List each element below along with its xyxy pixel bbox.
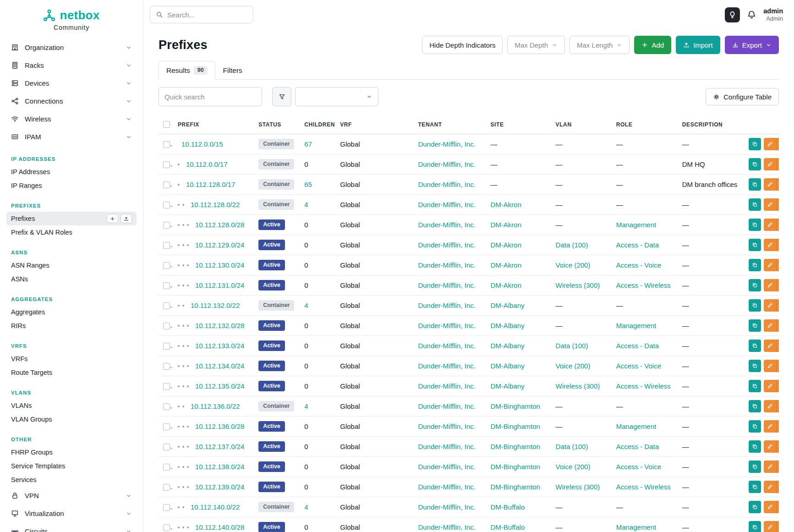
sidebar-group-racks[interactable]: Racks	[6, 56, 137, 74]
edit-button[interactable]	[764, 158, 776, 170]
sidebar-item-route-targets[interactable]: Route Targets	[6, 366, 137, 379]
clone-button[interactable]	[749, 400, 761, 412]
prefix-link[interactable]: 10.112.129.0/24	[195, 241, 244, 249]
sidebar-item-vlans[interactable]: VLANs	[6, 399, 137, 412]
row-checkbox[interactable]	[163, 504, 170, 511]
role-link[interactable]: Access - Wireless	[616, 483, 671, 491]
edit-dropdown-button[interactable]	[776, 239, 779, 251]
prefix-link[interactable]: 10.112.134.0/24	[195, 362, 244, 370]
sidebar-item-ip-ranges[interactable]: IP Ranges	[6, 179, 137, 192]
column-header-prefix[interactable]: Prefix	[173, 115, 254, 134]
edit-dropdown-button[interactable]	[776, 299, 779, 312]
row-checkbox[interactable]	[163, 403, 170, 410]
edit-dropdown-button[interactable]	[776, 340, 779, 352]
site-link[interactable]: DM-Buffalo	[490, 523, 525, 531]
row-checkbox[interactable]	[163, 444, 170, 450]
sidebar-group-vpn[interactable]: VPN	[6, 487, 137, 505]
hide-depth-indicators-button[interactable]: Hide Depth Indicators	[422, 36, 503, 54]
edit-button[interactable]	[764, 400, 776, 412]
clone-button[interactable]	[749, 138, 761, 150]
children-link[interactable]: 4	[304, 201, 308, 208]
clone-button[interactable]	[749, 481, 761, 493]
bell-icon[interactable]	[747, 10, 756, 20]
select-all-checkbox[interactable]	[163, 121, 170, 128]
brand[interactable]: netbox Community	[6, 5, 137, 38]
tenant-link[interactable]: Dunder-Mifflin, Inc.	[418, 402, 476, 410]
sidebar-item-prefixes[interactable]: Prefixes	[6, 212, 137, 225]
children-link[interactable]: 4	[304, 503, 308, 511]
row-checkbox[interactable]	[163, 202, 170, 208]
prefix-link[interactable]: 10.112.139.0/24	[195, 483, 244, 491]
children-link[interactable]: 4	[304, 402, 308, 410]
clone-button[interactable]	[749, 299, 761, 312]
edit-button[interactable]	[764, 138, 776, 150]
sidebar-item-prefix-vlan-roles[interactable]: Prefix & VLAN Roles	[6, 225, 137, 239]
vlan-link[interactable]: Wireless (300)	[556, 281, 600, 289]
global-search-input[interactable]	[167, 11, 247, 19]
edit-dropdown-button[interactable]	[776, 279, 779, 291]
column-header-status[interactable]: Status	[254, 115, 300, 134]
row-checkbox[interactable]	[163, 242, 170, 249]
tenant-link[interactable]: Dunder-Mifflin, Inc.	[418, 503, 476, 511]
add-button[interactable]: Add	[634, 36, 671, 54]
role-link[interactable]: Access - Data	[616, 342, 659, 350]
quick-add-button[interactable]	[107, 214, 118, 223]
saved-filter-select[interactable]	[295, 87, 378, 106]
site-link[interactable]: DM-Akron	[490, 281, 521, 289]
clone-button[interactable]	[749, 340, 761, 352]
prefix-link[interactable]: 10.112.136.0/22	[191, 402, 240, 410]
site-link[interactable]: DM-Binghamton	[490, 422, 540, 430]
prefix-link[interactable]: 10.112.0.0/17	[186, 160, 228, 168]
theme-toggle-button[interactable]	[725, 7, 740, 22]
site-link[interactable]: DM-Albany	[490, 382, 524, 390]
edit-dropdown-button[interactable]	[776, 158, 779, 170]
edit-button[interactable]	[764, 440, 776, 453]
role-link[interactable]: Access - Data	[616, 443, 659, 450]
edit-button[interactable]	[764, 380, 776, 392]
tenant-link[interactable]: Dunder-Mifflin, Inc.	[418, 463, 476, 471]
sidebar-group-ipam[interactable]: IPAM	[6, 128, 137, 146]
site-link[interactable]: DM-Albany	[490, 322, 524, 329]
prefix-link[interactable]: 10.112.136.0/28	[195, 422, 244, 430]
edit-button[interactable]	[764, 239, 776, 251]
edit-dropdown-button[interactable]	[776, 440, 779, 453]
sidebar-group-devices[interactable]: Devices	[6, 74, 137, 92]
edit-button[interactable]	[764, 461, 776, 473]
clone-button[interactable]	[749, 521, 761, 532]
children-link[interactable]: 67	[304, 140, 312, 148]
tenant-link[interactable]: Dunder-Mifflin, Inc.	[418, 181, 476, 188]
row-checkbox[interactable]	[163, 262, 170, 269]
edit-button[interactable]	[764, 279, 776, 291]
edit-dropdown-button[interactable]	[776, 198, 779, 211]
column-header-tenant[interactable]: Tenant	[413, 115, 486, 134]
edit-dropdown-button[interactable]	[776, 178, 779, 191]
prefix-link[interactable]: 10.112.133.0/24	[195, 342, 244, 350]
row-checkbox[interactable]	[163, 383, 170, 390]
configure-table-button[interactable]: Configure Table	[706, 88, 779, 105]
sidebar-item-vlan-groups[interactable]: VLAN Groups	[6, 412, 137, 426]
site-link[interactable]: DM-Akron	[490, 201, 521, 208]
tenant-link[interactable]: Dunder-Mifflin, Inc.	[418, 523, 476, 531]
column-header-vrf[interactable]: VRF	[335, 115, 413, 134]
edit-dropdown-button[interactable]	[776, 380, 779, 392]
edit-dropdown-button[interactable]	[776, 521, 779, 532]
clone-button[interactable]	[749, 158, 761, 170]
site-link[interactable]: DM-Buffalo	[490, 503, 525, 511]
role-link[interactable]: Management	[616, 322, 657, 329]
role-link[interactable]: Management	[616, 422, 657, 430]
site-link[interactable]: DM-Binghamton	[490, 443, 540, 450]
site-link[interactable]: DM-Akron	[490, 241, 521, 249]
tenant-link[interactable]: Dunder-Mifflin, Inc.	[418, 281, 476, 289]
column-header-site[interactable]: Site	[486, 115, 551, 134]
row-checkbox[interactable]	[163, 222, 170, 229]
vlan-link[interactable]: Voice (200)	[556, 463, 591, 471]
site-link[interactable]: DM-Albany	[490, 342, 524, 350]
row-checkbox[interactable]	[163, 141, 170, 148]
sidebar-item-service-templates[interactable]: Service Templates	[6, 459, 137, 473]
tenant-link[interactable]: Dunder-Mifflin, Inc.	[418, 342, 476, 350]
edit-button[interactable]	[764, 178, 776, 191]
vlan-link[interactable]: Voice (200)	[556, 362, 591, 370]
prefix-link[interactable]: 10.112.131.0/24	[195, 281, 244, 289]
sidebar-group-virtualization[interactable]: Virtualization	[6, 505, 137, 522]
site-link[interactable]: DM-Binghamton	[490, 402, 540, 410]
